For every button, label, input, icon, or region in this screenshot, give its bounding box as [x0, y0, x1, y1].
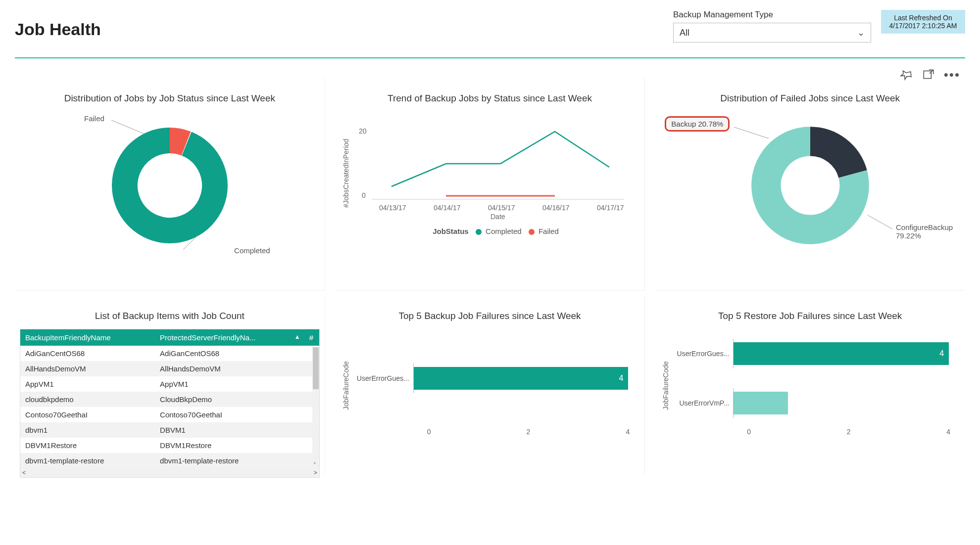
- col-protectedserver[interactable]: ProtectedServerFriendlyNa...▲: [155, 329, 304, 346]
- cell-protectedserver: AppVM1: [155, 376, 304, 392]
- legend-failed: Failed: [539, 227, 559, 235]
- label-completed: Completed: [234, 246, 270, 255]
- table-wrap: BackupItemFriendlyName ProtectedServerFr…: [20, 329, 320, 478]
- cell-protectedserver: AdiGanCentOS68: [155, 346, 304, 361]
- panel-backup-failures-bar[interactable]: Top 5 Backup Job Failures since Last Wee…: [335, 296, 645, 474]
- page-title: Job Health: [15, 10, 101, 39]
- svg-text:20: 20: [359, 127, 367, 135]
- label-failed: Failed: [84, 114, 104, 123]
- bar-row: UserErrorGues... 4: [354, 363, 640, 393]
- table-row[interactable]: dbvm1DBVM1: [20, 422, 319, 438]
- svg-text:Date: Date: [490, 213, 505, 220]
- panel-restore-failures-bar[interactable]: Top 5 Restore Job Failures since Last We…: [655, 296, 965, 474]
- bar-row: UserErrorVmP...: [674, 388, 960, 418]
- label-configure-pct: 79.22%: [896, 231, 921, 240]
- horizontal-scrollbar[interactable]: < >: [20, 468, 319, 477]
- refresh-label: Last Refreshed On: [888, 14, 958, 22]
- svg-rect-0: [924, 71, 931, 78]
- svg-text:04/13/17: 04/13/17: [379, 204, 406, 212]
- col-backupitem[interactable]: BackupItemFriendlyName: [20, 329, 155, 346]
- scroll-left-icon[interactable]: <: [22, 469, 26, 476]
- panel-title: Trend of Backup Jobs by Status since Las…: [340, 93, 640, 104]
- col-count[interactable]: #: [304, 329, 319, 346]
- swatch-failed: [529, 229, 535, 235]
- xtick: 0: [427, 428, 431, 436]
- filter-value: All: [680, 28, 689, 38]
- filter-backup-mgmt-type: Backup Management Type All ⌄: [673, 10, 871, 43]
- vertical-scrollbar[interactable]: ˄ ˅: [312, 347, 319, 467]
- cell-protectedserver: dbvm1-template-restore: [155, 453, 304, 468]
- dashboard-grid: Distribution of Jobs by Job Status since…: [15, 78, 965, 474]
- table-row[interactable]: AppVM1AppVM1: [20, 376, 319, 392]
- refresh-time: 4/17/2017 2:10:25 AM: [888, 22, 958, 30]
- scroll-up-icon[interactable]: ˄: [313, 339, 316, 346]
- bar-fill: 4: [414, 367, 629, 390]
- table-row[interactable]: DBVM1RestoreDBVM1Restore: [20, 438, 319, 453]
- scroll-thumb[interactable]: [313, 347, 319, 389]
- callout-backup: Backup 20.78%: [665, 116, 730, 132]
- panel-backup-items-table[interactable]: List of Backup Items with Job Count Back…: [15, 296, 325, 474]
- label-configure: ConfigureBackup 79.22%: [896, 223, 965, 240]
- svg-text:0: 0: [362, 191, 366, 199]
- filter-select[interactable]: All ⌄: [673, 23, 871, 43]
- panel-job-status-donut[interactable]: Distribution of Jobs by Job Status since…: [15, 78, 325, 291]
- bar-category: UserErrorVmP...: [674, 399, 733, 407]
- svg-text:04/15/17: 04/15/17: [488, 204, 515, 212]
- cell-protectedserver: AllHandsDemoVM: [155, 361, 304, 376]
- cell-protectedserver: DBVM1: [155, 422, 304, 438]
- cell-protectedserver: DBVM1Restore: [155, 438, 304, 453]
- table-row[interactable]: cloudbkpdemoCloudBkpDemo: [20, 392, 319, 407]
- scroll-right-icon[interactable]: >: [314, 469, 317, 476]
- cell-backupitem: Contoso70GeethaI: [20, 407, 155, 422]
- cell-backupitem: cloudbkpdemo: [20, 392, 155, 407]
- last-refreshed-box: Last Refreshed On 4/17/2017 2:10:25 AM: [881, 10, 965, 34]
- bar-fill: 4: [734, 342, 949, 365]
- cell-backupitem: AppVM1: [20, 376, 155, 392]
- legend-title: JobStatus: [433, 227, 469, 235]
- cell-backupitem: dbvm1-template-restore: [20, 453, 155, 468]
- donut-chart: Failed Completed: [20, 111, 320, 260]
- cell-protectedserver: Contoso70GeethaI: [155, 407, 304, 422]
- scroll-down-icon[interactable]: ˅: [313, 462, 316, 468]
- donut-svg: [105, 121, 234, 250]
- y-axis-label: #JobsCreatedInPeriod: [340, 111, 352, 235]
- filter-label: Backup Management Type: [673, 10, 871, 20]
- panel-trend-line[interactable]: Trend of Backup Jobs by Status since Las…: [335, 78, 645, 291]
- y-axis-label: JobFailureCode: [660, 329, 672, 443]
- donut-svg: [743, 119, 877, 252]
- header: Job Health Backup Management Type All ⌄ …: [15, 5, 965, 52]
- cell-backupitem: dbvm1: [20, 422, 155, 438]
- label-configure-name: ConfigureBackup: [896, 223, 953, 231]
- cell-backupitem: AllHandsDemoVM: [20, 361, 155, 376]
- cell-protectedserver: CloudBkpDemo: [155, 392, 304, 407]
- divider: [15, 57, 965, 58]
- svg-text:04/16/17: 04/16/17: [542, 204, 570, 212]
- panel-title: Distribution of Jobs by Job Status since…: [20, 93, 320, 104]
- table-row[interactable]: Contoso70GeethaIContoso70GeethaI: [20, 407, 319, 422]
- table-header-row: BackupItemFriendlyName ProtectedServerFr…: [20, 329, 319, 346]
- header-right: Backup Management Type All ⌄ Last Refres…: [673, 10, 965, 43]
- cell-backupitem: DBVM1Restore: [20, 438, 155, 453]
- legend-completed: Completed: [486, 227, 522, 235]
- table-row[interactable]: AllHandsDemoVMAllHandsDemoVM: [20, 361, 319, 376]
- panel-title: Top 5 Backup Job Failures since Last Wee…: [340, 311, 640, 321]
- panel-failed-donut[interactable]: Distribution of Failed Jobs since Last W…: [655, 78, 965, 291]
- bar-category: UserErrorGues...: [354, 374, 413, 382]
- svg-text:04/17/17: 04/17/17: [597, 204, 624, 212]
- panel-title: Top 5 Restore Job Failures since Last We…: [660, 311, 960, 321]
- bar-fill: [734, 392, 788, 414]
- y-axis-label: JobFailureCode: [340, 329, 352, 443]
- bar-chart: JobFailureCode UserErrorGues... 4 UserEr…: [660, 329, 960, 443]
- table-row[interactable]: dbvm1-template-restoredbvm1-template-res…: [20, 453, 319, 468]
- chevron-down-icon: ⌄: [857, 27, 865, 38]
- bar-category: UserErrorGues...: [674, 350, 733, 358]
- swatch-completed: [476, 229, 482, 235]
- table-row[interactable]: AdiGanCentOS68AdiGanCentOS68: [20, 346, 319, 361]
- xtick: 2: [527, 428, 531, 436]
- panel-title: Distribution of Failed Jobs since Last W…: [660, 93, 960, 104]
- bar-row: UserErrorGues... 4: [674, 339, 960, 368]
- line-svg: 0 20 04/13/17 04/14/17 04/15/17 04/16/17…: [352, 111, 629, 220]
- x-axis: 0 2 4: [427, 428, 640, 436]
- x-axis: 0 2 4: [747, 428, 960, 436]
- cell-backupitem: AdiGanCentOS68: [20, 346, 155, 361]
